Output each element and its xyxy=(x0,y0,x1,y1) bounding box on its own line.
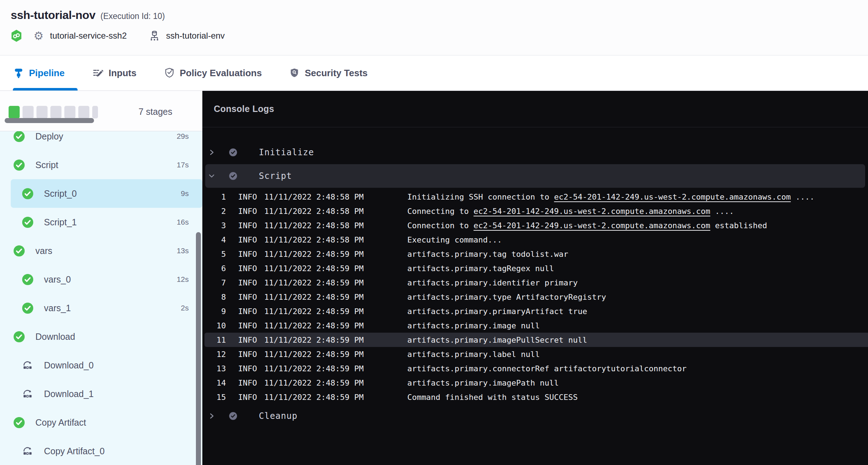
log-line-number: 13 xyxy=(204,364,226,373)
stage-row[interactable]: Script_1 16s xyxy=(11,208,202,236)
stage-row[interactable]: Script_0 9s xyxy=(11,179,202,208)
log-line-number: 12 xyxy=(204,350,226,359)
log-timestamp: 11/11/2022 2:48:58 PM xyxy=(264,235,364,244)
stage-row[interactable]: Copy Artifact xyxy=(11,408,202,437)
log-message: Command finished with status SUCCESS xyxy=(407,393,578,402)
title-row: ssh-tutorial-nov (Execution Id: 10) xyxy=(11,9,868,22)
log-message-text: artifacts.primary.primaryArtifact true xyxy=(407,307,587,316)
log-timestamp: 11/11/2022 2:48:59 PM xyxy=(264,293,364,302)
success-check-icon xyxy=(14,160,25,171)
log-message-text: Initializing SSH connection to xyxy=(407,192,554,201)
log-line[interactable]: 9 INFO 11/11/2022 2:48:59 PM artifacts.p… xyxy=(204,304,868,318)
stage-row[interactable]: Script 17s xyxy=(11,151,202,179)
log-section-initialize[interactable]: Initialize xyxy=(205,141,865,164)
stage-row[interactable]: Copy Artifact_0 xyxy=(11,437,202,465)
environment-icon xyxy=(149,30,160,41)
log-line-number: 9 xyxy=(204,307,226,316)
stage-duration: 13s xyxy=(177,246,189,255)
log-timestamp: 11/11/2022 2:48:59 PM xyxy=(264,364,364,373)
log-line-number: 3 xyxy=(204,221,226,230)
log-line[interactable]: 11 INFO 11/11/2022 2:48:59 PM artifacts.… xyxy=(204,333,868,347)
stage-row[interactable]: Download_0 xyxy=(11,351,202,380)
log-message-text: artifacts.primary.tag todolist.war xyxy=(407,250,568,259)
log-line[interactable]: 6 INFO 11/11/2022 2:48:59 PM artifacts.p… xyxy=(204,261,868,275)
console-panel: Console Logs Initialize xyxy=(202,91,868,465)
tab-label: Policy Evaluations xyxy=(180,68,262,79)
stage-label: Download_0 xyxy=(44,360,94,371)
stage-row[interactable]: vars_1 2s xyxy=(11,294,202,322)
tab-inputs[interactable]: Inputs xyxy=(93,55,149,90)
chevron-right-icon[interactable] xyxy=(209,149,214,156)
service-name[interactable]: tutorial-service-ssh2 xyxy=(50,31,127,41)
log-line[interactable]: 7 INFO 11/11/2022 2:48:59 PM artifacts.p… xyxy=(204,275,868,290)
log-message-text: artifacts.primary.connectorRef artifacto… xyxy=(407,364,686,373)
log-line[interactable]: 5 INFO 11/11/2022 2:48:59 PM artifacts.p… xyxy=(204,247,868,261)
success-check-icon xyxy=(14,331,25,342)
log-level: INFO xyxy=(238,378,257,387)
success-check-icon xyxy=(229,412,237,420)
log-line[interactable]: 3 INFO 11/11/2022 2:48:58 PM Connection … xyxy=(204,218,868,232)
log-section-label: Script xyxy=(259,171,292,181)
log-hostname-link[interactable]: ec2-54-201-142-249.us-west-2.compute.ama… xyxy=(474,221,710,230)
stage-duration: 16s xyxy=(177,218,189,226)
log-line[interactable]: 14 INFO 11/11/2022 2:48:59 PM artifacts.… xyxy=(204,376,868,390)
log-line[interactable]: 13 INFO 11/11/2022 2:48:59 PM artifacts.… xyxy=(204,361,868,376)
stage-label: Copy Artifact xyxy=(35,417,86,428)
header-meta-row: ⚙ tutorial-service-ssh2 ssh-tutorial-env xyxy=(11,30,868,42)
vertical-scrollbar[interactable] xyxy=(196,232,201,465)
log-level: INFO xyxy=(238,393,257,402)
console-body: Initialize Script 1 INFO 11/11/2022 2:48… xyxy=(202,127,868,428)
stages-sidebar: 7 stages Deploy 29s xyxy=(0,91,202,465)
log-line-number: 1 xyxy=(204,192,226,201)
log-line[interactable]: 4 INFO 11/11/2022 2:48:58 PM Executing c… xyxy=(204,232,868,247)
log-line[interactable]: 1 INFO 11/11/2022 2:48:58 PM Initializin… xyxy=(204,190,868,204)
log-line-number: 8 xyxy=(204,293,226,302)
stage-row[interactable]: vars 13s xyxy=(11,236,202,265)
horizontal-scrollbar[interactable] xyxy=(5,118,94,123)
log-level: INFO xyxy=(238,307,257,316)
step-group-icon xyxy=(22,388,33,400)
chevron-down-icon[interactable] xyxy=(209,172,214,180)
log-timestamp: 11/11/2022 2:48:58 PM xyxy=(264,221,364,230)
log-lines: 1 INFO 11/11/2022 2:48:58 PM Initializin… xyxy=(202,190,868,404)
log-level: INFO xyxy=(238,350,257,359)
log-line[interactable]: 8 INFO 11/11/2022 2:48:59 PM artifacts.p… xyxy=(204,290,868,304)
log-line[interactable]: 10 INFO 11/11/2022 2:48:59 PM artifacts.… xyxy=(204,318,868,333)
log-message: artifacts.primary.imagePullSecret null xyxy=(407,336,587,344)
log-line-number: 10 xyxy=(204,321,226,330)
stage-row[interactable]: Download xyxy=(11,322,202,351)
log-message: artifacts.primary.imagePath null xyxy=(407,378,559,387)
log-hostname-link[interactable]: ec2-54-201-142-249.us-west-2.compute.ama… xyxy=(554,192,791,201)
stage-row[interactable]: vars_0 12s xyxy=(11,265,202,294)
stage-progress-block xyxy=(92,106,98,118)
stages-progress-header: 7 stages xyxy=(0,91,202,131)
log-level: INFO xyxy=(238,364,257,373)
log-message: Initializing SSH connection to ec2-54-20… xyxy=(407,192,814,201)
log-timestamp: 11/11/2022 2:48:59 PM xyxy=(264,336,364,344)
stage-progress-blocks xyxy=(9,106,102,118)
log-section-script[interactable]: Script xyxy=(205,164,865,188)
environment-name[interactable]: ssh-tutorial-env xyxy=(166,31,225,41)
stage-row[interactable]: Deploy 29s xyxy=(11,131,202,151)
log-message: Connecting to ec2-54-201-142-249.us-west… xyxy=(407,207,734,216)
log-message-text: .... xyxy=(710,207,734,216)
log-section-label: Initialize xyxy=(259,147,314,157)
log-timestamp: 11/11/2022 2:48:58 PM xyxy=(264,192,364,201)
stage-duration: 2s xyxy=(181,304,189,312)
tab-security-tests[interactable]: Security Tests xyxy=(290,55,380,90)
log-line[interactable]: 12 INFO 11/11/2022 2:48:59 PM artifacts.… xyxy=(204,347,868,361)
log-line[interactable]: 15 INFO 11/11/2022 2:48:59 PM Command fi… xyxy=(204,390,868,404)
log-timestamp: 11/11/2022 2:48:59 PM xyxy=(264,321,364,330)
log-section-cleanup[interactable]: Cleanup xyxy=(205,404,865,428)
log-message-text: .... xyxy=(791,192,814,201)
log-hostname-link[interactable]: ec2-54-201-142-249.us-west-2.compute.ama… xyxy=(474,207,710,216)
stage-duration: 12s xyxy=(177,275,189,284)
chevron-right-icon[interactable] xyxy=(209,412,214,420)
log-message-text: artifacts.primary.tagRegex null xyxy=(407,264,554,273)
stage-row[interactable]: Download_1 xyxy=(11,380,202,408)
stage-label: Download xyxy=(35,332,75,342)
tab-policy-evaluations[interactable]: Policy Evaluations xyxy=(164,55,275,90)
tab-pipeline[interactable]: Pipeline xyxy=(14,55,78,90)
inputs-icon xyxy=(93,68,103,78)
log-line[interactable]: 2 INFO 11/11/2022 2:48:58 PM Connecting … xyxy=(204,204,868,218)
